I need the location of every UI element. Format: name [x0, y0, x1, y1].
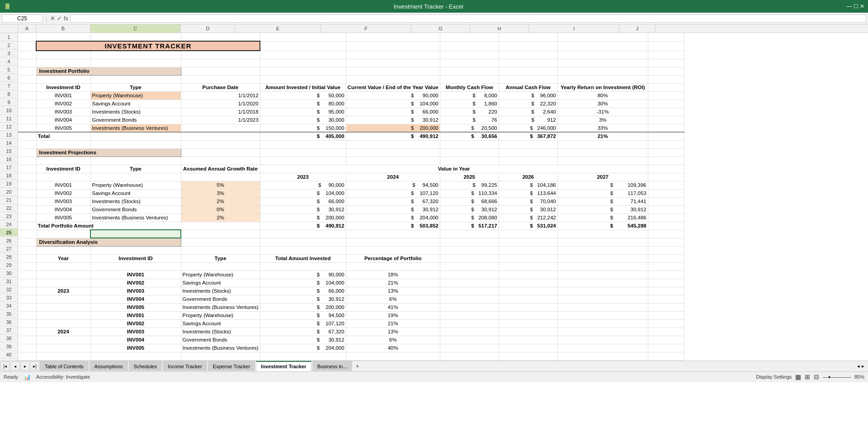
- cell-G35[interactable]: [440, 311, 499, 319]
- cell-E33[interactable]: $ 30,912: [260, 295, 346, 303]
- cell-D1[interactable]: [181, 33, 260, 41]
- cell-J28[interactable]: [648, 254, 684, 262]
- cell-H5[interactable]: [499, 67, 557, 75]
- cell-C27[interactable]: [90, 246, 181, 254]
- cell-I35[interactable]: [557, 311, 648, 319]
- cell-H37[interactable]: [499, 328, 557, 336]
- col-header-D[interactable]: D: [181, 24, 235, 33]
- cell-C37[interactable]: INV003: [90, 328, 181, 336]
- cell-G22[interactable]: $ 30,912: [440, 205, 499, 214]
- cell-H27[interactable]: [499, 246, 557, 254]
- cell-G32[interactable]: [440, 287, 499, 295]
- cell-H11[interactable]: $ 912: [499, 116, 557, 124]
- tab-nav-first[interactable]: |◂: [0, 361, 9, 370]
- cell-A36[interactable]: [18, 319, 36, 328]
- cell-I5[interactable]: [557, 67, 648, 75]
- cell-E31[interactable]: $ 104,000: [260, 279, 346, 287]
- cell-E28[interactable]: Total Amount Invested: [260, 254, 346, 262]
- cell-B11[interactable]: INV004: [36, 116, 90, 124]
- cell-F18[interactable]: 2024: [346, 173, 440, 181]
- cell-H10[interactable]: $ 2,640: [499, 108, 557, 116]
- tab-nav-last[interactable]: ▸|: [30, 361, 39, 370]
- cell-F12[interactable]: $ 200,000: [346, 124, 440, 132]
- cell-I11[interactable]: 3%: [557, 116, 648, 124]
- cell-B18[interactable]: [36, 173, 90, 181]
- cell-I22[interactable]: $ 30,912: [557, 205, 648, 214]
- scroll-left-icon[interactable]: ◂: [857, 363, 860, 369]
- cell-H30[interactable]: [499, 271, 557, 279]
- cell-A33[interactable]: [18, 295, 36, 303]
- cell-I26[interactable]: [557, 238, 648, 246]
- cell-E3[interactable]: [260, 51, 346, 59]
- cell-E15[interactable]: [260, 148, 346, 157]
- scroll-right-icon[interactable]: ▸: [862, 363, 864, 369]
- cell-F6[interactable]: [346, 75, 440, 83]
- cell-J1[interactable]: [648, 33, 684, 41]
- cell-D21[interactable]: 2%: [181, 197, 260, 205]
- cell-H39[interactable]: [499, 344, 557, 352]
- cell-J10[interactable]: [648, 108, 684, 116]
- cell-I27[interactable]: [557, 246, 648, 254]
- cell-H40[interactable]: [499, 352, 557, 360]
- cell-A9[interactable]: [18, 100, 36, 108]
- cell-H9[interactable]: $ 22,320: [499, 100, 557, 108]
- cell-I2[interactable]: [557, 41, 648, 51]
- cell-F33[interactable]: 6%: [346, 295, 440, 303]
- cell-B28[interactable]: Year: [36, 254, 90, 262]
- cell-H29[interactable]: [499, 262, 557, 271]
- col-header-E[interactable]: E: [235, 24, 321, 33]
- cell-F14[interactable]: [346, 140, 440, 148]
- cell-F2[interactable]: [346, 41, 440, 51]
- cell-F21[interactable]: $ 67,320: [346, 197, 440, 205]
- cell-I9[interactable]: 30%: [557, 100, 648, 108]
- cell-D10[interactable]: 1/1/2018: [181, 108, 260, 116]
- cell-F27[interactable]: [346, 246, 440, 254]
- cell-D22[interactable]: 0%: [181, 205, 260, 214]
- cell-A16[interactable]: [18, 157, 36, 165]
- cell-J40[interactable]: [648, 352, 684, 360]
- cell-A31[interactable]: [18, 279, 36, 287]
- cell-I38[interactable]: [557, 336, 648, 344]
- cell-D13[interactable]: [181, 132, 260, 140]
- cell-C38[interactable]: INV004: [90, 336, 181, 344]
- cell-H26[interactable]: [499, 238, 557, 246]
- cell-A40[interactable]: [18, 352, 36, 360]
- cell-F31[interactable]: 21%: [346, 279, 440, 287]
- cell-F30[interactable]: 18%: [346, 271, 440, 279]
- cell-B1[interactable]: [36, 33, 90, 41]
- cell-F28[interactable]: Percentage of Portfolio: [346, 254, 440, 262]
- cell-A39[interactable]: [18, 344, 36, 352]
- cell-B32[interactable]: 2023: [36, 287, 90, 295]
- cell-I37[interactable]: [557, 328, 648, 336]
- cell-D29[interactable]: [181, 262, 260, 271]
- cell-H2[interactable]: [499, 41, 557, 51]
- cell-A13[interactable]: [18, 132, 36, 140]
- cell-F36[interactable]: 21%: [346, 319, 440, 328]
- cell-C10[interactable]: Investments (Stocks): [90, 108, 181, 116]
- normal-view-icon[interactable]: ▦: [795, 373, 801, 380]
- cell-I31[interactable]: [557, 279, 648, 287]
- cell-C3[interactable]: [90, 51, 181, 59]
- tab-income-tracker[interactable]: Income Tracker: [163, 361, 207, 371]
- cell-A15[interactable]: [18, 148, 36, 157]
- cell-D18[interactable]: [181, 173, 260, 181]
- cell-G40[interactable]: [440, 352, 499, 360]
- cell-I4[interactable]: [557, 59, 648, 67]
- cell-E1[interactable]: [260, 33, 346, 41]
- col-header-F[interactable]: F: [321, 24, 411, 33]
- cell-E11[interactable]: $ 30,000: [260, 116, 346, 124]
- cell-H23[interactable]: $ 212,242: [499, 214, 557, 222]
- cell-C13[interactable]: [90, 132, 181, 140]
- cell-I24[interactable]: $ 545,288: [557, 222, 648, 230]
- cell-E13[interactable]: $ 405,000: [260, 132, 346, 140]
- col-header-H[interactable]: H: [470, 24, 529, 33]
- cell-I6[interactable]: [557, 75, 648, 83]
- cell-H20[interactable]: $ 113,644: [499, 189, 557, 197]
- cell-D39[interactable]: Investments (Business Ventures): [181, 344, 260, 352]
- cell-E38[interactable]: $ 30,912: [260, 336, 346, 344]
- page-layout-icon[interactable]: ⊞: [805, 373, 810, 380]
- cell-C6[interactable]: [90, 75, 181, 83]
- cell-J25[interactable]: [648, 230, 684, 238]
- cell-D6[interactable]: [181, 75, 260, 83]
- cell-F5[interactable]: [346, 67, 440, 75]
